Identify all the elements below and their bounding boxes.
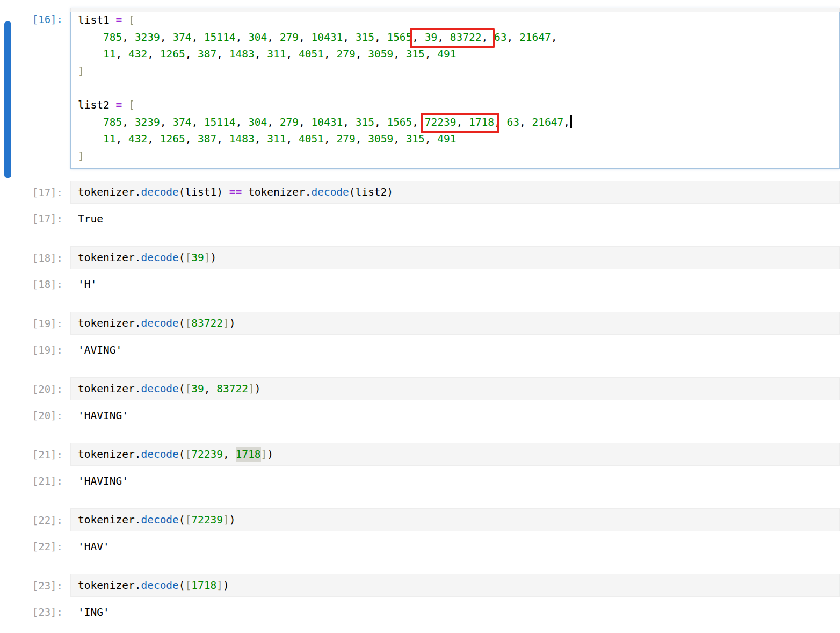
output-text: 'HAVING' — [70, 475, 840, 487]
code-token: 279 — [336, 133, 355, 145]
code-token: , — [191, 116, 204, 128]
code-token: decode — [141, 383, 178, 395]
cells-container: [17]: tokenizer.decode(list1) == tokeniz… — [0, 181, 840, 618]
code-token: [ — [185, 579, 192, 592]
active-cell-collapser[interactable] — [4, 21, 11, 178]
code-token: tokenizer. — [78, 579, 141, 592]
code-editor[interactable]: tokenizer.decode([39, 83722]) — [70, 377, 840, 400]
code-token: 315 — [356, 116, 374, 128]
code-token: [ — [185, 448, 192, 461]
code-token: , — [563, 116, 570, 128]
code-token: [ — [185, 514, 192, 526]
code-token: , — [267, 31, 279, 44]
code-editor[interactable]: tokenizer.decode([39]) — [70, 246, 840, 269]
code-token — [488, 31, 494, 44]
code-token: 10431 — [311, 31, 343, 44]
code-token: 39 — [425, 31, 437, 44]
code-token: 4051 — [299, 48, 324, 60]
code-token: tokenizer. — [78, 448, 141, 461]
code-token: ) — [229, 514, 236, 526]
code-token: [ — [128, 14, 135, 26]
code-token: ] — [78, 150, 84, 162]
output-prompt: [19]: — [0, 344, 70, 356]
code-token: , — [412, 31, 424, 44]
code-token: , — [147, 48, 160, 60]
code-token: tokenizer. — [78, 514, 141, 526]
output-text: 'AVING' — [70, 344, 840, 356]
code-token: 315 — [406, 48, 425, 60]
code-line: list1 = [ — [78, 12, 832, 29]
code-token — [78, 31, 103, 44]
code-token: 3059 — [368, 133, 393, 145]
code-token: , — [324, 133, 336, 145]
code-token: 279 — [280, 116, 299, 128]
code-token: [ — [185, 383, 192, 395]
code-content: tokenizer.decode(list1) == tokenizer.dec… — [78, 186, 393, 198]
code-editor[interactable]: tokenizer.decode([72239, 1718]) — [70, 443, 840, 466]
code-editor[interactable]: tokenizer.decode([72239]) — [70, 508, 840, 531]
code-editor[interactable]: tokenizer.decode([1718]) — [70, 574, 840, 597]
code-editor-16[interactable]: list1 = [ 785, 3239, 374, 15114, 304, 27… — [70, 8, 840, 169]
code-token: 311 — [267, 133, 286, 145]
output-text: True — [70, 213, 840, 225]
output-text: 'HAV' — [70, 541, 840, 553]
code-token: 374 — [172, 116, 191, 128]
code-content: tokenizer.decode([83722]) — [78, 317, 236, 329]
code-token: = — [115, 14, 122, 26]
code-token — [78, 116, 103, 128]
code-token: 374 — [172, 31, 191, 44]
code-token: 72239 — [425, 116, 457, 128]
code-token: 304 — [248, 116, 267, 128]
code-token: , — [425, 48, 437, 60]
code-token: ] — [204, 251, 211, 264]
code-token: , — [204, 383, 216, 395]
code-token: 279 — [280, 31, 299, 44]
code-line: ] — [78, 148, 832, 165]
code-token: , — [343, 116, 355, 128]
code-token: 1265 — [160, 48, 185, 60]
code-token: , — [255, 133, 267, 145]
code-token: decode — [141, 186, 178, 198]
code-token: 1483 — [229, 133, 255, 145]
output-area: [21]: 'HAVING' — [0, 475, 840, 487]
red-annotation-box: 72239, 1718 — [425, 114, 494, 131]
code-token: , — [457, 116, 469, 128]
code-token: 315 — [356, 31, 374, 44]
code-token: 83722 — [450, 31, 482, 44]
code-cell: [18]: tokenizer.decode([39]) — [0, 246, 840, 269]
code-content: tokenizer.decode([72239]) — [78, 514, 236, 526]
code-token: 1565 — [387, 116, 412, 128]
code-line: 785, 3239, 374, 15114, 304, 279, 10431, … — [78, 29, 832, 46]
code-token: 1265 — [160, 133, 185, 145]
previous-cell-editor-edge[interactable] — [70, 8, 840, 12]
code-token: list1 — [78, 14, 115, 26]
output-text: 'ING' — [70, 606, 840, 618]
code-token: decode — [141, 579, 178, 592]
code-editor[interactable]: tokenizer.decode(list1) == tokenizer.dec… — [70, 181, 840, 204]
code-token: , — [115, 48, 128, 60]
code-token: 39 — [191, 251, 204, 264]
code-token: , — [185, 48, 198, 60]
code-token: 1718 — [236, 447, 261, 462]
output-prompt: [18]: — [0, 278, 70, 291]
code-content: tokenizer.decode([39]) — [78, 251, 216, 264]
code-token: , — [374, 116, 387, 128]
code-token: (list1) — [179, 186, 229, 198]
output-prompt: [20]: — [0, 409, 70, 422]
code-token: , — [236, 116, 248, 128]
code-token: 10431 — [311, 116, 343, 128]
output-area: [20]: 'HAVING' — [0, 409, 840, 422]
code-token: ] — [216, 579, 223, 592]
code-token: ) — [255, 383, 261, 395]
code-token: 4051 — [299, 133, 324, 145]
code-editor[interactable]: tokenizer.decode([83722]) — [70, 312, 840, 335]
code-token: [ — [185, 251, 192, 264]
code-token: , — [216, 133, 229, 145]
code-token: 15114 — [204, 116, 236, 128]
code-content: tokenizer.decode([39, 83722]) — [78, 383, 261, 395]
code-token: ( — [179, 383, 185, 395]
code-token: 11 — [103, 48, 115, 60]
code-token: 432 — [128, 133, 147, 145]
code-token: ] — [223, 514, 229, 526]
code-token: 39 — [191, 383, 204, 395]
